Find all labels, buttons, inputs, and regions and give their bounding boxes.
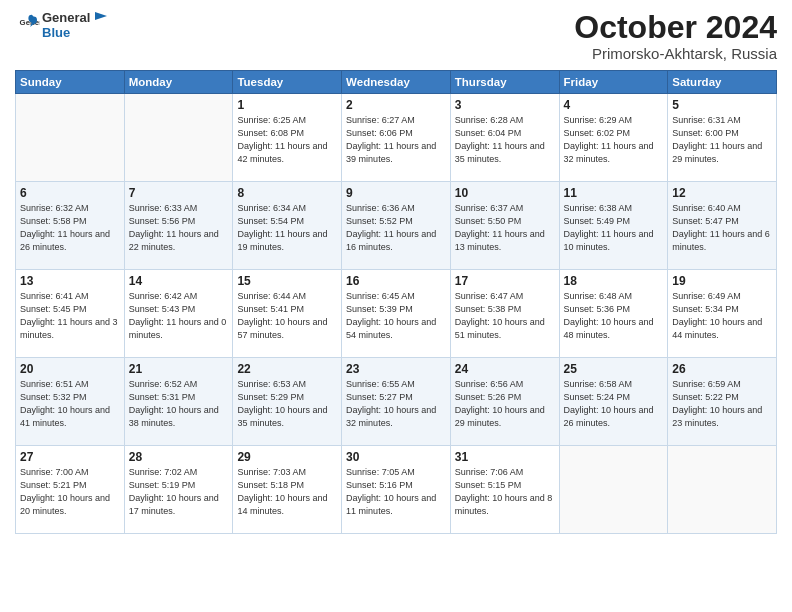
calendar-cell: 29 Sunrise: 7:03 AMSunset: 5:18 PMDaylig… — [233, 446, 342, 534]
calendar-cell: 24 Sunrise: 6:56 AMSunset: 5:26 PMDaylig… — [450, 358, 559, 446]
day-number: 11 — [564, 186, 664, 200]
day-number: 6 — [20, 186, 120, 200]
day-info: Sunrise: 6:40 AMSunset: 5:47 PMDaylight:… — [672, 203, 770, 252]
day-number: 12 — [672, 186, 772, 200]
calendar-cell: 27 Sunrise: 7:00 AMSunset: 5:21 PMDaylig… — [16, 446, 125, 534]
day-info: Sunrise: 7:03 AMSunset: 5:18 PMDaylight:… — [237, 467, 327, 516]
calendar-cell: 25 Sunrise: 6:58 AMSunset: 5:24 PMDaylig… — [559, 358, 668, 446]
day-info: Sunrise: 7:05 AMSunset: 5:16 PMDaylight:… — [346, 467, 436, 516]
day-info: Sunrise: 6:48 AMSunset: 5:36 PMDaylight:… — [564, 291, 654, 340]
calendar-cell: 21 Sunrise: 6:52 AMSunset: 5:31 PMDaylig… — [124, 358, 233, 446]
calendar-cell: 5 Sunrise: 6:31 AMSunset: 6:00 PMDayligh… — [668, 94, 777, 182]
day-info: Sunrise: 6:59 AMSunset: 5:22 PMDaylight:… — [672, 379, 762, 428]
day-number: 29 — [237, 450, 337, 464]
day-number: 27 — [20, 450, 120, 464]
day-info: Sunrise: 6:56 AMSunset: 5:26 PMDaylight:… — [455, 379, 545, 428]
calendar-cell: 31 Sunrise: 7:06 AMSunset: 5:15 PMDaylig… — [450, 446, 559, 534]
day-number: 9 — [346, 186, 446, 200]
calendar-cell: 23 Sunrise: 6:55 AMSunset: 5:27 PMDaylig… — [342, 358, 451, 446]
day-number: 13 — [20, 274, 120, 288]
calendar-cell: 10 Sunrise: 6:37 AMSunset: 5:50 PMDaylig… — [450, 182, 559, 270]
day-info: Sunrise: 6:47 AMSunset: 5:38 PMDaylight:… — [455, 291, 545, 340]
day-number: 23 — [346, 362, 446, 376]
calendar-cell: 17 Sunrise: 6:47 AMSunset: 5:38 PMDaylig… — [450, 270, 559, 358]
day-number: 10 — [455, 186, 555, 200]
day-number: 16 — [346, 274, 446, 288]
day-info: Sunrise: 6:58 AMSunset: 5:24 PMDaylight:… — [564, 379, 654, 428]
day-info: Sunrise: 7:06 AMSunset: 5:15 PMDaylight:… — [455, 467, 553, 516]
day-info: Sunrise: 7:02 AMSunset: 5:19 PMDaylight:… — [129, 467, 219, 516]
calendar-cell: 3 Sunrise: 6:28 AMSunset: 6:04 PMDayligh… — [450, 94, 559, 182]
calendar-cell: 2 Sunrise: 6:27 AMSunset: 6:06 PMDayligh… — [342, 94, 451, 182]
week-row-2: 6 Sunrise: 6:32 AMSunset: 5:58 PMDayligh… — [16, 182, 777, 270]
day-info: Sunrise: 6:53 AMSunset: 5:29 PMDaylight:… — [237, 379, 327, 428]
calendar-location: Primorsko-Akhtarsk, Russia — [574, 45, 777, 62]
day-info: Sunrise: 6:34 AMSunset: 5:54 PMDaylight:… — [237, 203, 327, 252]
day-number: 8 — [237, 186, 337, 200]
day-info: Sunrise: 7:00 AMSunset: 5:21 PMDaylight:… — [20, 467, 110, 516]
calendar-cell: 15 Sunrise: 6:44 AMSunset: 5:41 PMDaylig… — [233, 270, 342, 358]
header-thursday: Thursday — [450, 71, 559, 94]
day-number: 1 — [237, 98, 337, 112]
calendar-cell: 8 Sunrise: 6:34 AMSunset: 5:54 PMDayligh… — [233, 182, 342, 270]
logo-icon: General — [18, 14, 40, 36]
day-number: 15 — [237, 274, 337, 288]
title-block: October 2024 Primorsko-Akhtarsk, Russia — [574, 10, 777, 62]
day-number: 26 — [672, 362, 772, 376]
logo-general-text: General — [42, 11, 90, 26]
day-number: 25 — [564, 362, 664, 376]
day-number: 22 — [237, 362, 337, 376]
day-info: Sunrise: 6:33 AMSunset: 5:56 PMDaylight:… — [129, 203, 219, 252]
calendar-cell: 30 Sunrise: 7:05 AMSunset: 5:16 PMDaylig… — [342, 446, 451, 534]
day-info: Sunrise: 6:38 AMSunset: 5:49 PMDaylight:… — [564, 203, 654, 252]
calendar-cell: 11 Sunrise: 6:38 AMSunset: 5:49 PMDaylig… — [559, 182, 668, 270]
calendar-cell: 12 Sunrise: 6:40 AMSunset: 5:47 PMDaylig… — [668, 182, 777, 270]
week-row-4: 20 Sunrise: 6:51 AMSunset: 5:32 PMDaylig… — [16, 358, 777, 446]
day-number: 14 — [129, 274, 229, 288]
day-info: Sunrise: 6:45 AMSunset: 5:39 PMDaylight:… — [346, 291, 436, 340]
calendar-cell: 9 Sunrise: 6:36 AMSunset: 5:52 PMDayligh… — [342, 182, 451, 270]
day-info: Sunrise: 6:37 AMSunset: 5:50 PMDaylight:… — [455, 203, 545, 252]
day-info: Sunrise: 6:51 AMSunset: 5:32 PMDaylight:… — [20, 379, 110, 428]
header-friday: Friday — [559, 71, 668, 94]
calendar-cell: 7 Sunrise: 6:33 AMSunset: 5:56 PMDayligh… — [124, 182, 233, 270]
calendar-cell: 13 Sunrise: 6:41 AMSunset: 5:45 PMDaylig… — [16, 270, 125, 358]
header-sunday: Sunday — [16, 71, 125, 94]
day-info: Sunrise: 6:25 AMSunset: 6:08 PMDaylight:… — [237, 115, 327, 164]
day-info: Sunrise: 6:49 AMSunset: 5:34 PMDaylight:… — [672, 291, 762, 340]
header-monday: Monday — [124, 71, 233, 94]
calendar-cell: 20 Sunrise: 6:51 AMSunset: 5:32 PMDaylig… — [16, 358, 125, 446]
calendar-cell — [559, 446, 668, 534]
day-info: Sunrise: 6:42 AMSunset: 5:43 PMDaylight:… — [129, 291, 227, 340]
calendar-cell — [124, 94, 233, 182]
header-wednesday: Wednesday — [342, 71, 451, 94]
day-info: Sunrise: 6:32 AMSunset: 5:58 PMDaylight:… — [20, 203, 110, 252]
calendar-cell: 4 Sunrise: 6:29 AMSunset: 6:02 PMDayligh… — [559, 94, 668, 182]
day-info: Sunrise: 6:36 AMSunset: 5:52 PMDaylight:… — [346, 203, 436, 252]
week-row-1: 1 Sunrise: 6:25 AMSunset: 6:08 PMDayligh… — [16, 94, 777, 182]
day-number: 24 — [455, 362, 555, 376]
logo-blue-text: Blue — [42, 26, 109, 41]
calendar-cell: 1 Sunrise: 6:25 AMSunset: 6:08 PMDayligh… — [233, 94, 342, 182]
calendar-cell: 18 Sunrise: 6:48 AMSunset: 5:36 PMDaylig… — [559, 270, 668, 358]
calendar-cell: 28 Sunrise: 7:02 AMSunset: 5:19 PMDaylig… — [124, 446, 233, 534]
day-info: Sunrise: 6:41 AMSunset: 5:45 PMDaylight:… — [20, 291, 118, 340]
header-saturday: Saturday — [668, 71, 777, 94]
header-tuesday: Tuesday — [233, 71, 342, 94]
logo: General General Blue — [15, 10, 109, 41]
day-number: 28 — [129, 450, 229, 464]
calendar-cell: 19 Sunrise: 6:49 AMSunset: 5:34 PMDaylig… — [668, 270, 777, 358]
calendar-cell — [16, 94, 125, 182]
calendar-cell: 16 Sunrise: 6:45 AMSunset: 5:39 PMDaylig… — [342, 270, 451, 358]
day-info: Sunrise: 6:29 AMSunset: 6:02 PMDaylight:… — [564, 115, 654, 164]
day-number: 31 — [455, 450, 555, 464]
calendar-cell: 6 Sunrise: 6:32 AMSunset: 5:58 PMDayligh… — [16, 182, 125, 270]
calendar-title: October 2024 — [574, 10, 777, 45]
day-number: 21 — [129, 362, 229, 376]
day-number: 4 — [564, 98, 664, 112]
day-number: 30 — [346, 450, 446, 464]
week-row-5: 27 Sunrise: 7:00 AMSunset: 5:21 PMDaylig… — [16, 446, 777, 534]
day-number: 2 — [346, 98, 446, 112]
day-info: Sunrise: 6:31 AMSunset: 6:00 PMDaylight:… — [672, 115, 762, 164]
weekday-header-row: Sunday Monday Tuesday Wednesday Thursday… — [16, 71, 777, 94]
